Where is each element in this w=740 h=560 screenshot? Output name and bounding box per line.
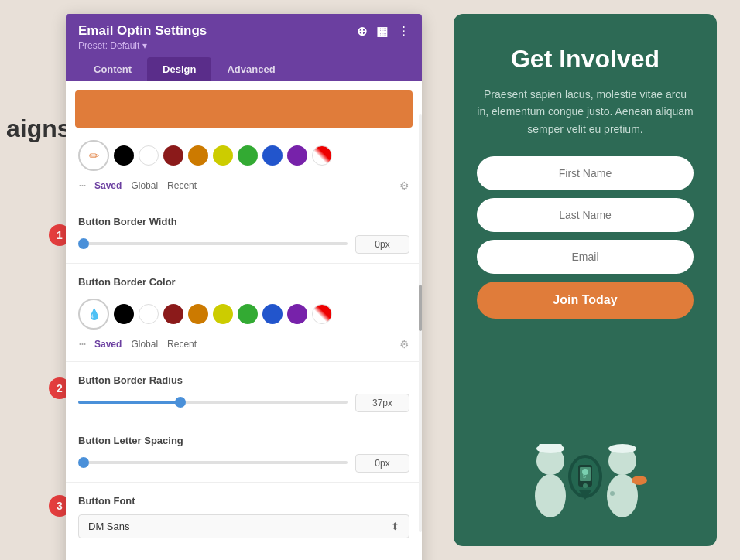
button-border-width-slider-row: 0px xyxy=(66,232,422,260)
slider-thumb-br[interactable] xyxy=(175,397,186,408)
swatch-green-1[interactable] xyxy=(238,145,258,166)
panel-body: ✏ ··· Saved Global Recent ⚙ xyxy=(66,81,422,560)
button-font-select[interactable]: DM Sans ⬍ xyxy=(78,514,409,538)
more-options-icon[interactable]: ⋮ xyxy=(397,24,409,39)
swatch-blue-1[interactable] xyxy=(262,145,283,166)
color-picker-section-1: ✏ ··· Saved Global Recent ⚙ xyxy=(66,134,422,200)
color-picker-section-2: 💧 ··· Saved Global Recent ⚙ xyxy=(66,292,422,358)
panel-title-text: Email Optin Settings xyxy=(78,23,207,39)
swatch-orange-2[interactable] xyxy=(188,304,208,324)
scrollbar-thumb[interactable] xyxy=(419,285,422,331)
button-letter-spacing-slider[interactable] xyxy=(78,461,348,466)
svg-point-16 xyxy=(610,491,615,496)
button-border-radius-slider-row: 37px xyxy=(66,391,422,418)
preview-email-input[interactable] xyxy=(477,240,694,274)
selected-swatch-2[interactable]: 💧 xyxy=(78,299,109,330)
button-border-radius-input[interactable]: 37px xyxy=(355,394,409,412)
swatch-none-2[interactable] xyxy=(312,304,332,324)
color-tab-recent-1[interactable]: Recent xyxy=(167,180,197,191)
panel-title-row: Email Optin Settings ⊕ ▦ ⋮ xyxy=(78,23,409,39)
selected-swatch-1[interactable]: ✏ xyxy=(78,140,109,171)
illustration-svg: $ xyxy=(508,438,663,531)
button-border-color-label: Button Border Color xyxy=(66,267,422,292)
button-border-width-slider[interactable] xyxy=(78,242,348,247)
svg-point-1 xyxy=(535,474,566,517)
svg-point-14 xyxy=(608,444,636,453)
color-tab-saved-2[interactable]: Saved xyxy=(94,339,122,350)
grid-icon[interactable]: ▦ xyxy=(376,24,388,39)
panel-preset[interactable]: Preset: Default ▾ xyxy=(78,40,409,51)
preview-title: Get Involved xyxy=(511,45,659,73)
svg-text:$: $ xyxy=(583,473,586,479)
button-border-radius-label: Button Border Radius xyxy=(66,365,422,391)
button-border-width-label: Button Border Width xyxy=(66,207,422,232)
swatch-yellow-2[interactable] xyxy=(213,304,233,324)
swatch-red-2[interactable] xyxy=(163,304,183,324)
slider-thumb-ls[interactable] xyxy=(78,457,89,468)
button-letter-spacing-label: Button Letter Spacing xyxy=(66,425,422,451)
pencil-icon: ✏ xyxy=(89,149,99,163)
svg-rect-3 xyxy=(539,444,562,450)
swatch-none-1[interactable] xyxy=(312,145,332,166)
join-today-button[interactable]: Join Today xyxy=(477,282,694,319)
color-dots-2[interactable]: ··· xyxy=(78,336,85,352)
button-preview-bar xyxy=(75,90,413,128)
tab-design[interactable]: Design xyxy=(147,57,211,81)
select-chevron-icon: ⬍ xyxy=(391,521,399,532)
button-font-label: Button Font xyxy=(66,486,422,511)
preview-last-name-input[interactable] xyxy=(477,198,694,232)
button-border-radius-slider[interactable] xyxy=(78,401,348,405)
swatch-black-2[interactable] xyxy=(114,304,134,324)
swatch-yellow-1[interactable] xyxy=(213,145,233,166)
button-letter-spacing-slider-row: 0px xyxy=(66,451,422,479)
swatch-purple-2[interactable] xyxy=(287,304,307,324)
swatch-black-1[interactable] xyxy=(114,145,134,166)
color-tabs-2: ··· Saved Global Recent ⚙ xyxy=(78,336,409,352)
color-tabs-1: ··· Saved Global Recent ⚙ xyxy=(78,177,409,193)
tab-content[interactable]: Content xyxy=(78,57,147,81)
swatch-red-1[interactable] xyxy=(163,145,183,166)
svg-point-7 xyxy=(583,483,588,488)
swatch-purple-1[interactable] xyxy=(287,145,307,166)
panel-title-icons: ⊕ ▦ ⋮ xyxy=(357,24,409,39)
button-font-weight-label: Button Font Weight xyxy=(66,551,422,560)
color-tab-saved-1[interactable]: Saved xyxy=(94,180,122,191)
preview-illustration: $ xyxy=(477,430,694,531)
slider-thumb-bw[interactable] xyxy=(78,238,89,249)
color-tab-recent-2[interactable]: Recent xyxy=(167,339,197,350)
panel-tabs: Content Design Advanced xyxy=(78,57,409,81)
button-font-select-row: DM Sans ⬍ xyxy=(66,511,422,545)
color-tab-global-2[interactable]: Global xyxy=(131,339,158,350)
preview-first-name-input[interactable] xyxy=(477,156,694,190)
svg-point-15 xyxy=(632,476,647,485)
color-tab-global-1[interactable]: Global xyxy=(131,180,158,191)
slider-fill-br xyxy=(78,401,180,404)
color-swatches-1: ✏ xyxy=(78,140,409,171)
preview-panel: Get Involved Praesent sapien lacus, mole… xyxy=(454,14,717,546)
settings-panel: Email Optin Settings ⊕ ▦ ⋮ Preset: Defau… xyxy=(66,14,422,560)
preview-description: Praesent sapien lacus, molestie vitae ar… xyxy=(477,86,694,138)
tab-advanced[interactable]: Advanced xyxy=(211,57,290,81)
swatch-white-1[interactable] xyxy=(139,145,159,166)
swatch-orange-1[interactable] xyxy=(188,145,208,166)
button-letter-spacing-input[interactable]: 0px xyxy=(355,454,409,473)
gear-icon-2[interactable]: ⚙ xyxy=(399,338,409,350)
gear-icon-1[interactable]: ⚙ xyxy=(399,179,409,192)
swatch-green-2[interactable] xyxy=(238,304,258,324)
panel-header: Email Optin Settings ⊕ ▦ ⋮ Preset: Defau… xyxy=(66,14,422,81)
button-border-width-input[interactable]: 0px xyxy=(355,235,409,254)
color-dots-1[interactable]: ··· xyxy=(78,177,85,193)
scrollbar-track xyxy=(419,114,422,532)
background-label: aigns xyxy=(0,114,71,143)
swatch-white-2[interactable] xyxy=(139,304,159,324)
swatch-blue-2[interactable] xyxy=(262,304,283,324)
color-swatches-2: 💧 xyxy=(78,299,409,330)
eyedropper-icon: 💧 xyxy=(87,308,101,320)
target-icon[interactable]: ⊕ xyxy=(357,24,367,39)
button-font-value: DM Sans xyxy=(88,521,129,532)
